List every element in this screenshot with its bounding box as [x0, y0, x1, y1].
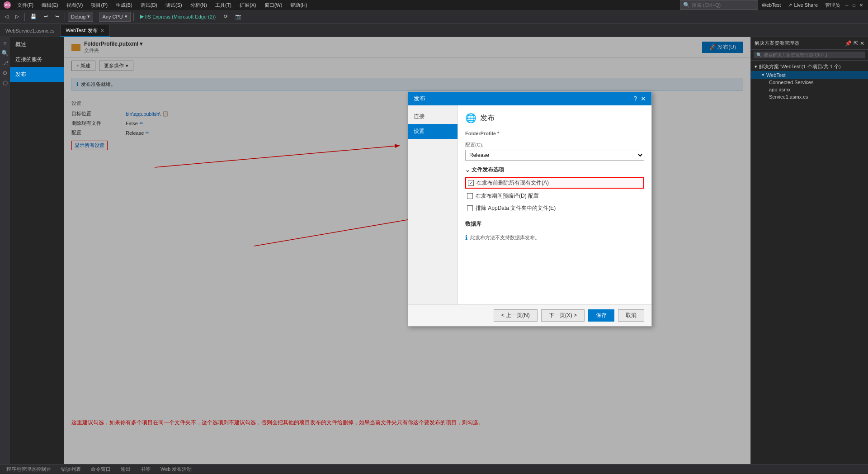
file-publish-section-header[interactable]: ⌄ 文件发布选项 — [465, 166, 644, 174]
bottom-tab-output[interactable]: 输出 — [116, 465, 135, 474]
menu-tools[interactable]: 工具(T) — [212, 1, 235, 9]
manage-button[interactable]: 管理员 — [825, 2, 840, 9]
tab-close-icon[interactable]: ✕ — [100, 28, 104, 33]
window-controls: ─ □ ✕ — [844, 2, 864, 8]
bottom-tab-bookmarks[interactable]: 书签 — [136, 465, 155, 474]
asmx-cs-item[interactable]: Service1.asmx.cs — [751, 93, 868, 100]
title-bar-left: VS 文件(F) 编辑(E) 视图(V) 项目(P) 生成(B) 调试(D) 测… — [4, 1, 311, 9]
config-form-label: 配置(C): — [465, 142, 644, 148]
save-button[interactable]: 💾 — [28, 12, 39, 22]
bottom-tab-command[interactable]: 命令窗口 — [86, 465, 115, 474]
separator — [24, 13, 25, 21]
solution-search-box: 🔍 — [751, 50, 868, 61]
main-layout: ≡ 🔍 ⎇ ⚙ ⬡ 概述 连接的服务 发布 FolderProfile.pubx… — [0, 37, 868, 464]
separator3 — [96, 13, 96, 21]
expand-icon[interactable]: ⇱ — [854, 40, 858, 47]
project-label: WebTest — [766, 72, 786, 78]
checkbox-delete-existing[interactable] — [468, 180, 474, 186]
menu-file[interactable]: 文件(F) — [14, 1, 37, 9]
cancel-button[interactable]: 取消 — [618, 309, 644, 322]
menu-debug[interactable]: 调试(D) — [137, 1, 161, 9]
refresh-button[interactable]: ⟳ — [221, 12, 231, 22]
nav-overview[interactable]: 概述 — [10, 37, 64, 52]
menu-bar: 文件(F) 编辑(E) 视图(V) 项目(P) 生成(B) 调试(D) 测试(S… — [14, 1, 311, 9]
next-button[interactable]: 下一页(X) > — [541, 309, 585, 322]
activity-search-icon[interactable]: 🔍 — [1, 49, 9, 57]
dialog-nav-settings[interactable]: 设置 — [408, 124, 458, 139]
connected-services-item[interactable]: Connected Services — [751, 79, 868, 86]
checkbox-precompile-label: 在发布期间预编译(D) 配置 — [476, 192, 539, 200]
menu-extensions[interactable]: 扩展(X) — [236, 1, 260, 9]
debug-config-dropdown[interactable]: Debug ▾ — [68, 12, 93, 22]
asmx-item[interactable]: app.asmx — [751, 86, 868, 93]
activity-debug-icon[interactable]: ⚙ — [1, 69, 9, 77]
forward-button[interactable]: ▷ — [13, 12, 22, 22]
asmx-cs-label: Service1.asmx.cs — [769, 94, 808, 100]
live-share-button[interactable]: ↗ Live Share — [784, 2, 821, 8]
back-button[interactable]: ◁ — [2, 12, 11, 22]
solution-root[interactable]: ▾ 解决方案 'WebTest'(1 个项目/共 1 个) — [751, 62, 868, 71]
solution-search-input[interactable] — [764, 52, 859, 57]
solution-expand-icon: ▾ — [755, 64, 757, 70]
menu-build[interactable]: 生成(B) — [112, 1, 136, 9]
chevron-down-icon: ▾ — [87, 14, 90, 19]
menu-help[interactable]: 帮助(H) — [287, 1, 311, 9]
checkbox-precompile-row: 在发布期间预编译(D) 配置 — [465, 191, 644, 201]
right-panel: 解决方案资源管理器 📌 ⇱ ✕ 🔍 ▾ 解决方案 'WebTest'(1 个项目… — [750, 37, 868, 464]
nav-publish[interactable]: 发布 — [10, 67, 64, 82]
checkbox-precompile[interactable] — [467, 193, 473, 199]
project-expand-icon: ▾ — [762, 72, 764, 78]
activity-extensions-icon[interactable]: ⬡ — [1, 79, 9, 87]
menu-window[interactable]: 窗口(W) — [261, 1, 286, 9]
checkbox-exclude-appdata-row: 排除 AppData 文件夹中的文件(E) — [465, 204, 644, 213]
dialog-body: 连接 设置 🌐 发布 FolderProfile * 配置(C): — [408, 105, 651, 304]
dialog-nav-connect[interactable]: 连接 — [408, 109, 458, 124]
checkbox-delete-existing-row: 在发布前删除所有现有文件(A) — [465, 177, 644, 189]
menu-project[interactable]: 项目(P) — [87, 1, 111, 9]
save-button[interactable]: 保存 — [588, 309, 614, 322]
left-navigation: 概述 连接的服务 发布 — [10, 37, 64, 82]
left-nav-panel: 概述 连接的服务 发布 — [10, 37, 64, 464]
tab-webtest-publish[interactable]: WebTest: 发布 ✕ — [61, 25, 110, 37]
pin-icon[interactable]: 📌 — [845, 40, 852, 47]
platform-label: Any CPU — [102, 14, 123, 19]
undo-button[interactable]: ↩ — [41, 12, 51, 22]
asmx-label: app.asmx — [769, 87, 791, 92]
bottom-tab-web-publish[interactable]: Web 发布活动 — [156, 465, 196, 474]
close-panel-icon[interactable]: ✕ — [860, 40, 864, 47]
redo-button[interactable]: ↪ — [52, 12, 62, 22]
bottom-tab-error-list[interactable]: 错误列表 — [57, 465, 85, 474]
live-share-label: Live Share — [794, 2, 818, 8]
bottom-tab-package-manager[interactable]: 程序包管理器控制台 — [2, 465, 56, 474]
nav-connected-services[interactable]: 连接的服务 — [10, 52, 64, 67]
tab-label-webtest: WebTest: 发布 — [66, 27, 98, 34]
menu-test[interactable]: 测试(S) — [162, 1, 186, 9]
menu-analyze[interactable]: 分析(N) — [187, 1, 211, 9]
dialog-content: 🌐 发布 FolderProfile * 配置(C): Release Debu… — [458, 105, 651, 304]
activity-explorer-icon[interactable]: ≡ — [1, 39, 9, 47]
config-form-row: 配置(C): Release Debug — [465, 142, 644, 161]
debug-config-label: Debug — [71, 14, 85, 19]
checkbox-exclude-appdata[interactable] — [467, 205, 473, 211]
dialog-close-button[interactable]: ✕ — [641, 95, 646, 102]
menu-view[interactable]: 视图(V) — [63, 1, 87, 9]
dialog-content-title: 发布 — [480, 114, 495, 123]
close-button[interactable]: ✕ — [858, 2, 864, 8]
search-input[interactable] — [692, 2, 755, 8]
camera-button[interactable]: 📷 — [232, 12, 244, 22]
activity-git-icon[interactable]: ⎇ — [1, 59, 9, 67]
checkbox-exclude-appdata-label: 排除 AppData 文件夹中的文件(E) — [476, 204, 556, 212]
config-select[interactable]: Release Debug — [465, 150, 644, 161]
separator2 — [65, 13, 65, 21]
dialog-help-button[interactable]: ? — [633, 95, 637, 102]
minimize-button[interactable]: ─ — [844, 2, 850, 8]
maximize-button[interactable]: □ — [851, 2, 857, 8]
activity-bar: ≡ 🔍 ⎇ ⚙ ⬡ — [0, 37, 10, 464]
db-note-text: 此发布方法不支持数据库发布。 — [470, 234, 540, 241]
tab-webservice[interactable]: WebService1.asmx.cs — [0, 25, 61, 37]
run-button[interactable]: ▶ IIS Express (Microsoft Edge (2)) — [137, 12, 220, 22]
platform-dropdown[interactable]: Any CPU ▾ — [99, 12, 130, 22]
prev-button[interactable]: < 上一页(N) — [494, 309, 538, 322]
menu-edit[interactable]: 编辑(E) — [38, 1, 62, 9]
project-webtest[interactable]: ▾ WebTest — [751, 71, 868, 79]
